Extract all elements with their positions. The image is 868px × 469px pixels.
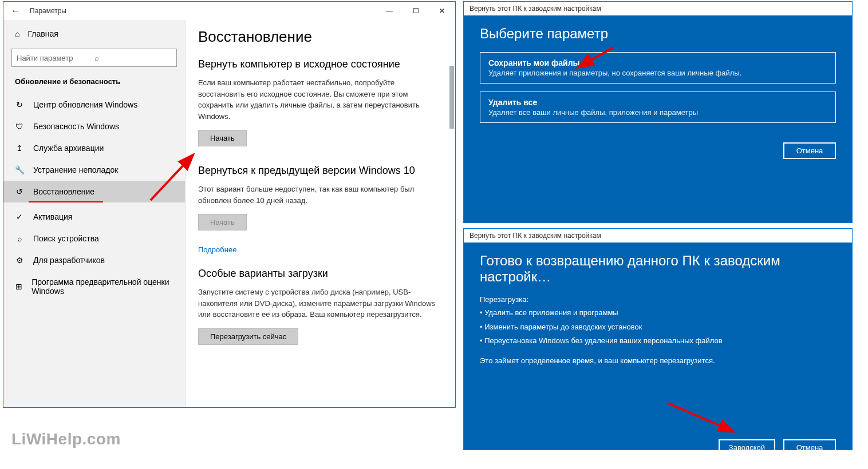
sidebar: ⌂ Главная Найти параметр ⌕ Обновление и …: [3, 20, 186, 407]
close-button[interactable]: ✕: [429, 2, 455, 20]
sidebar-item-label: Для разработчиков: [33, 256, 105, 265]
sidebar-item-developers[interactable]: ⚙Для разработчиков: [3, 249, 185, 271]
option-title: Удалить все: [488, 98, 827, 107]
option-desc: Удаляет приложения и параметры, но сохра…: [488, 69, 827, 77]
dialog-note: Это займет определенное время, и ваш ком…: [480, 356, 836, 365]
reset-start-button[interactable]: Начать: [198, 130, 247, 146]
option-remove-all[interactable]: Удалить все Удаляет все ваши личные файл…: [480, 92, 836, 123]
upload-icon: ↥: [15, 144, 24, 153]
content-panel: Восстановление Вернуть компьютер в исход…: [186, 20, 455, 407]
dialog-titlebar: Вернуть этот ПК к заводским настройкам: [464, 2, 852, 15]
settings-window: ← Параметры — ☐ ✕ ⌂ Главная Найти параме…: [3, 1, 456, 408]
dialog-subhead: Перезагрузка:: [480, 295, 836, 304]
sidebar-item-label: Восстановление: [33, 187, 94, 196]
advanced-heading: Особые варианты загрузки: [198, 268, 443, 280]
sidebar-item-label: Устранение неполадок: [33, 165, 118, 174]
maximize-button[interactable]: ☐: [403, 2, 429, 20]
sliders-icon: ⚙: [15, 256, 24, 265]
advanced-body: Запустите систему с устройства либо диск…: [198, 287, 443, 320]
sidebar-item-label: Программа предварительной оценки Windows: [31, 277, 173, 296]
sidebar-item-troubleshoot[interactable]: 🔧Устранение неполадок: [3, 159, 185, 181]
home-label: Главная: [27, 29, 58, 38]
sidebar-item-insider[interactable]: ⊞Программа предварительной оценки Window…: [3, 271, 185, 302]
factory-button[interactable]: Заводской: [719, 439, 775, 456]
sidebar-item-label: Активация: [33, 212, 72, 221]
home-icon: ⌂: [15, 29, 19, 38]
wrench-icon: 🔧: [15, 165, 24, 174]
sidebar-item-label: Безопасность Windows: [33, 122, 119, 131]
sidebar-item-updates[interactable]: ↻Центр обновления Windows: [3, 94, 185, 116]
rollback-more-link[interactable]: Подробнее: [198, 245, 443, 254]
scrollbar-thumb[interactable]: [449, 66, 454, 129]
bullet-item: Переустановка Windows без удаления ваших…: [480, 334, 836, 348]
reset-heading: Вернуть компьютер в исходное состояние: [198, 58, 443, 70]
back-button[interactable]: ←: [3, 6, 27, 16]
sidebar-item-label: Служба архивации: [33, 144, 104, 153]
windows-icon: ⊞: [15, 282, 22, 291]
cancel-button[interactable]: Отмена: [783, 142, 836, 159]
rollback-start-button: Начать: [198, 214, 247, 230]
search-icon: ⌕: [94, 54, 172, 62]
reset-dialog-ready: Вернуть этот ПК к заводским настройкам Г…: [463, 228, 853, 450]
advanced-restart-button[interactable]: Перезагрузить сейчас: [198, 328, 298, 345]
reset-body: Если ваш компьютер работает нестабильно,…: [198, 77, 443, 122]
search-input[interactable]: Найти параметр ⌕: [11, 49, 177, 67]
sidebar-item-activation[interactable]: ✓Активация: [3, 206, 185, 228]
rollback-body: Этот вариант больше недоступен, так как …: [198, 184, 443, 206]
sync-icon: ↻: [15, 100, 24, 109]
sidebar-item-label: Центр обновления Windows: [33, 100, 137, 109]
option-title: Сохранить мои файлы: [488, 58, 827, 67]
sidebar-item-find-device[interactable]: ⌕Поиск устройства: [3, 228, 185, 249]
bullet-item: Удалить все приложения и программы: [480, 306, 836, 320]
page-title: Восстановление: [198, 28, 443, 46]
option-keep-files[interactable]: Сохранить мои файлы Удаляет приложения и…: [480, 52, 836, 84]
history-icon: ↺: [15, 187, 24, 196]
shield-icon: 🛡: [15, 122, 24, 131]
search-placeholder: Найти параметр: [17, 54, 94, 62]
option-desc: Удаляет все ваши личные файлы, приложени…: [488, 108, 827, 117]
watermark: LiWiHelp.com: [11, 430, 121, 448]
sidebar-item-security[interactable]: 🛡Безопасность Windows: [3, 116, 185, 137]
home-link[interactable]: ⌂ Главная: [3, 26, 185, 49]
bullet-item: Изменить параметры до заводских установо…: [480, 320, 836, 335]
dialog-heading: Выберите параметр: [480, 26, 836, 42]
cancel-button[interactable]: Отмена: [783, 439, 836, 456]
section-header: Обновление и безопасность: [3, 77, 185, 94]
locate-icon: ⌕: [15, 234, 24, 243]
sidebar-item-recovery[interactable]: ↺Восстановление: [3, 181, 185, 202]
check-icon: ✓: [15, 212, 24, 221]
sidebar-item-label: Поиск устройства: [33, 234, 99, 243]
titlebar: ← Параметры — ☐ ✕: [3, 2, 455, 20]
annotation-underline: [29, 201, 103, 202]
dialog-titlebar: Вернуть этот ПК к заводским настройкам: [464, 229, 852, 243]
window-title: Параметры: [27, 7, 376, 15]
reset-dialog-choose: Вернуть этот ПК к заводским настройкам В…: [463, 1, 853, 223]
rollback-heading: Вернуться к предыдущей версии Windows 10: [198, 165, 443, 177]
dialog-heading: Готово к возвращению данного ПК к заводс…: [480, 253, 836, 285]
sidebar-item-backup[interactable]: ↥Служба архивации: [3, 137, 185, 159]
minimize-button[interactable]: —: [376, 2, 403, 20]
